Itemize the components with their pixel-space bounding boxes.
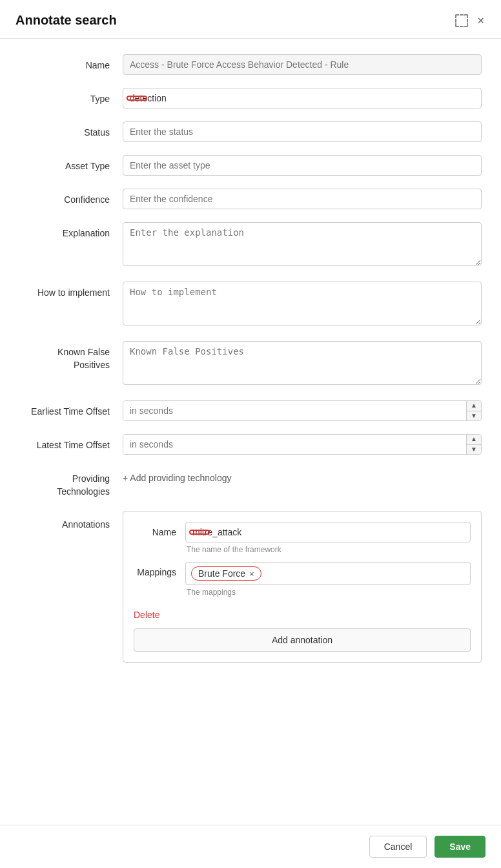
latest-time-offset-spinner: ▲ ▼ [123,434,482,455]
mapping-tag-remove-button[interactable]: × [249,569,254,579]
asset-type-input[interactable] [123,155,482,176]
modal-title: Annotate search [15,13,117,28]
name-input[interactable] [123,54,482,75]
modal-container: Annotate search × Name Type Status [0,0,501,868]
how-to-implement-label: How to implement [19,282,123,300]
annotations-label: Annotations [19,511,123,532]
confidence-label: Confidence [19,189,123,207]
earliest-time-spinner-buttons: ▲ ▼ [466,401,481,420]
name-field-wrap [123,54,482,75]
earliest-time-up-button[interactable]: ▲ [467,401,481,411]
earliest-time-offset-label: Earliest Time Offset [19,400,123,418]
asset-type-field-wrap [123,155,482,176]
how-to-implement-field-wrap [123,282,482,328]
annotation-name-label: Name [134,522,185,537]
known-false-positives-textarea[interactable] [123,341,482,385]
annotation-name-row: Name The name of the framework [134,522,471,554]
known-false-positives-label: Known FalsePositives [19,341,123,371]
modal-body: Name Type Status Asset Type [0,39,501,825]
providing-technologies-label: ProvidingTechnologies [19,468,123,498]
providing-technologies-field-wrap: + Add providing technology [123,468,482,484]
earliest-time-offset-field-wrap: ▲ ▼ [123,400,482,421]
mapping-tag-label: Brute Force [198,568,245,579]
earliest-time-offset-spinner: ▲ ▼ [123,400,482,421]
annotation-mappings-row: Mappings Brute Force × The mappings [134,562,471,597]
name-row: Name [19,54,482,75]
modal-footer: Cancel Save [0,825,501,868]
mappings-input-wrap[interactable]: Brute Force × [185,562,471,585]
how-to-implement-textarea[interactable] [123,282,482,326]
status-field-wrap [123,121,482,142]
latest-time-spinner-buttons: ▲ ▼ [466,435,481,454]
earliest-time-down-button[interactable]: ▼ [467,411,481,421]
explanation-textarea[interactable] [123,222,482,266]
confidence-input[interactable] [123,189,482,209]
cancel-button[interactable]: Cancel [369,836,427,858]
annotation-name-input[interactable] [185,522,471,542]
status-label: Status [19,121,123,140]
explanation-row: Explanation [19,222,482,269]
type-row: Type [19,88,482,108]
modal-header: Annotate search × [0,0,501,39]
annotation-mappings-hint: The mappings [185,588,471,597]
annotation-name-hint: The name of the framework [185,545,471,554]
how-to-implement-row: How to implement [19,282,482,328]
status-input[interactable] [123,121,482,142]
asset-type-label: Asset Type [19,155,123,173]
annotation-name-oval-wrap [185,522,471,542]
type-label: Type [19,88,123,106]
latest-time-offset-field-wrap: ▲ ▼ [123,434,482,455]
confidence-row: Confidence [19,189,482,209]
status-row: Status [19,121,482,142]
type-input[interactable] [123,88,482,108]
annotation-mappings-label: Mappings [134,562,185,577]
annotations-field-wrap: Name The name of the framework Mappings [123,511,482,663]
latest-time-offset-label: Latest Time Offset [19,434,123,452]
add-technology-link[interactable]: + Add providing technology [123,468,232,483]
annotations-box: Name The name of the framework Mappings [123,511,482,663]
annotation-name-field-wrap: The name of the framework [185,522,471,554]
save-button[interactable]: Save [435,836,486,858]
latest-time-offset-input[interactable] [123,435,466,454]
known-false-positives-row: Known FalsePositives [19,341,482,388]
explanation-field-wrap [123,222,482,269]
mapping-tag-brute-force: Brute Force × [191,566,261,581]
annotation-mappings-field-wrap: Brute Force × The mappings [185,562,471,597]
earliest-time-offset-input[interactable] [123,401,466,420]
providing-technologies-row: ProvidingTechnologies + Add providing te… [19,468,482,498]
close-button[interactable]: × [476,14,486,28]
latest-time-up-button[interactable]: ▲ [467,435,481,445]
add-annotation-button[interactable]: Add annotation [134,628,471,652]
explanation-label: Explanation [19,222,123,240]
known-false-positives-field-wrap [123,341,482,388]
confidence-field-wrap [123,189,482,209]
type-field-wrap [123,88,482,108]
earliest-time-offset-row: Earliest Time Offset ▲ ▼ [19,400,482,421]
name-label: Name [19,54,123,72]
header-icons: × [455,14,486,28]
annotations-row: Annotations Name The name of the framewo… [19,511,482,663]
latest-time-offset-row: Latest Time Offset ▲ ▼ [19,434,482,455]
latest-time-down-button[interactable]: ▼ [467,445,481,455]
asset-type-row: Asset Type [19,155,482,176]
dotted-square-icon[interactable] [455,14,468,27]
delete-annotation-link[interactable]: Delete [134,610,159,620]
